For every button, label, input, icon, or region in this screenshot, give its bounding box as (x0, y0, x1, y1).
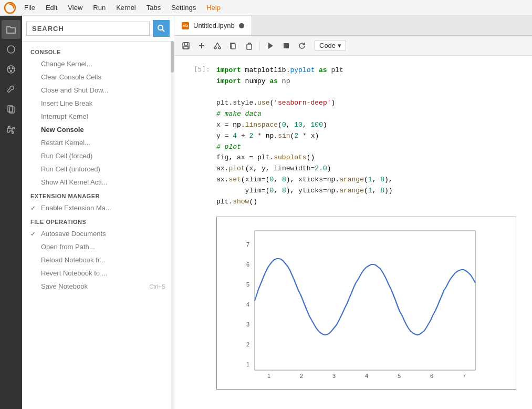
menu-run-cell-forced[interactable]: Run Cell (forced) (22, 149, 174, 162)
svg-text:2: 2 (246, 341, 249, 347)
search-button[interactable] (153, 20, 170, 37)
code-cell: [5]: import matplotlib.pyplot as plt imp… (174, 61, 532, 211)
svg-text:7: 7 (246, 241, 249, 248)
add-cell-button[interactable] (194, 38, 209, 53)
svg-text:1: 1 (267, 373, 270, 379)
menu-help[interactable]: Help (202, 3, 225, 13)
svg-text:4: 4 (365, 373, 368, 379)
svg-marker-21 (268, 43, 273, 49)
svg-rect-11 (184, 43, 187, 45)
code-block: import matplotlib.pyplot as plt import n… (216, 63, 532, 209)
svg-text:3: 3 (332, 373, 336, 379)
svg-text:5: 5 (398, 373, 401, 379)
app-logo (4, 2, 16, 14)
svg-text:3: 3 (246, 321, 249, 328)
cut-button[interactable] (210, 38, 225, 53)
extension-section-header: EXTENSION MANAGER (22, 189, 174, 201)
menu-clear-console[interactable]: Clear Console Cells (22, 70, 174, 84)
menu-file[interactable]: File (20, 3, 39, 13)
svg-point-15 (214, 47, 216, 49)
menu-run-cell-unforced[interactable]: Run Cell (unforced) (22, 162, 174, 176)
stop-button[interactable] (279, 38, 294, 53)
svg-point-4 (12, 68, 13, 69)
svg-line-18 (217, 43, 220, 47)
run-button[interactable] (263, 38, 278, 53)
tab-label: Untitled.ipynb (193, 22, 235, 29)
cell-type-dropdown[interactable]: Code ▾ (315, 40, 346, 51)
paste-button[interactable] (242, 38, 256, 53)
chevron-down-icon: ▾ (338, 42, 341, 49)
tab-modified-dot (239, 23, 244, 28)
menu-enable-extension[interactable]: ✓ Enable Extension Ma... (22, 201, 174, 214)
menu-insert-line[interactable]: Insert Line Break (22, 97, 174, 110)
menu-settings[interactable]: Settings (167, 3, 200, 13)
menu-view[interactable]: View (64, 3, 87, 13)
menu-new-console[interactable]: New Console (22, 123, 174, 136)
svg-point-3 (9, 68, 10, 69)
cell-code[interactable]: import matplotlib.pyplot as plt import n… (216, 63, 532, 209)
svg-text:4: 4 (246, 301, 249, 308)
svg-point-5 (11, 70, 12, 71)
chart-output: 1 2 3 4 5 6 7 1 2 3 4 5 6 7 (216, 217, 516, 390)
svg-text:6: 6 (246, 261, 249, 268)
plot-svg: 1 2 3 4 5 6 7 1 2 3 4 5 6 7 (238, 226, 479, 381)
tab-bar: nb Untitled.ipynb (174, 16, 532, 36)
svg-line-17 (215, 43, 217, 47)
palette-icon[interactable] (2, 60, 20, 79)
tab-untitled[interactable]: nb Untitled.ipynb (174, 16, 252, 35)
refresh-button[interactable] (295, 38, 309, 53)
notebook-icon: nb (182, 22, 189, 29)
svg-text:6: 6 (430, 373, 433, 379)
svg-point-8 (158, 25, 163, 30)
circle-icon[interactable] (2, 40, 20, 59)
menu-autosave[interactable]: ✓ Autosave Documents (22, 227, 174, 240)
svg-rect-37 (255, 231, 475, 370)
files-icon[interactable] (2, 100, 20, 119)
menu-show-kernel[interactable]: Show All Kernel Acti... (22, 176, 174, 189)
copy-button[interactable] (226, 38, 241, 53)
folder-icon[interactable] (2, 20, 20, 39)
menu-run[interactable]: Run (89, 3, 110, 13)
menu-tabs[interactable]: Tabs (142, 3, 165, 13)
menu-edit[interactable]: Edit (41, 3, 61, 13)
menu-interrupt-kernel[interactable]: Interrupt Kernel (22, 110, 174, 123)
search-input[interactable] (26, 22, 150, 36)
sidebar-icons (0, 16, 22, 409)
file-section-header: FILE OPERATIONS (22, 214, 174, 227)
menu-revert-notebook[interactable]: Revert Notebook to ... (22, 267, 174, 280)
notebook-area: nb Untitled.ipynb (174, 16, 532, 409)
menu-close-shut[interactable]: Close and Shut Dow... (22, 84, 174, 97)
svg-line-9 (162, 29, 164, 32)
menu-reload-notebook[interactable]: Reload Notebook fr... (22, 253, 174, 267)
scrollbar-thumb[interactable] (171, 41, 174, 73)
search-bar (22, 16, 174, 42)
svg-rect-12 (184, 46, 188, 49)
menu-kernel[interactable]: Kernel (112, 3, 140, 13)
menu-change-kernel[interactable]: Change Kernel... (22, 57, 174, 70)
save-button[interactable] (179, 38, 193, 53)
menu-save-notebook[interactable]: Save Notebook Ctrl+S (22, 280, 174, 293)
svg-rect-22 (284, 43, 289, 48)
puzzle-icon[interactable] (2, 120, 20, 139)
svg-text:7: 7 (463, 373, 466, 379)
command-palette: CONSOLE Change Kernel... Clear Console C… (22, 16, 174, 409)
svg-rect-20 (247, 44, 252, 49)
menubar: File Edit View Run Kernel Tabs Settings … (0, 0, 532, 16)
menu-restart-kernel[interactable]: Restart Kernel... (22, 136, 174, 149)
toolbar-separator-1 (259, 40, 260, 51)
palette-content: CONSOLE Change Kernel... Clear Console C… (22, 42, 174, 409)
svg-text:5: 5 (246, 281, 249, 288)
scrollbar-track[interactable] (171, 41, 174, 409)
console-section-header: CONSOLE (22, 45, 174, 57)
menu-open-path[interactable]: Open from Path... (22, 240, 174, 253)
svg-point-16 (218, 47, 221, 49)
cell-type-label: Code (319, 42, 336, 49)
svg-text:2: 2 (300, 373, 303, 379)
svg-rect-19 (231, 44, 235, 49)
wrench-icon[interactable] (2, 80, 20, 99)
cells-area: [5]: import matplotlib.pyplot as plt imp… (174, 56, 532, 409)
svg-point-1 (7, 46, 15, 53)
cell-prompt: [5]: (174, 63, 216, 209)
svg-text:1: 1 (246, 361, 249, 367)
toolbar: Code ▾ (174, 36, 532, 56)
